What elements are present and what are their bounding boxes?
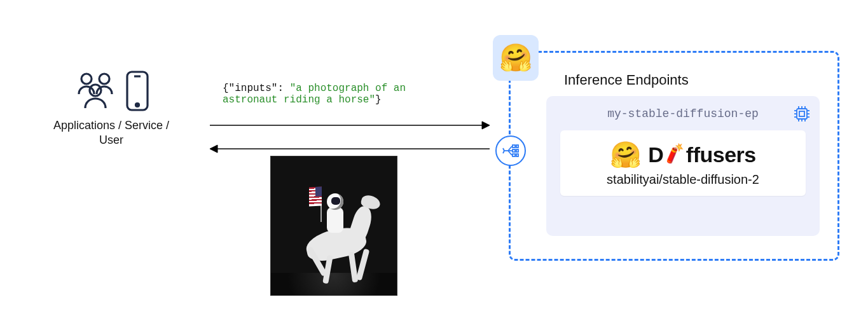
svg-point-4 [136,104,139,107]
inference-endpoints-box: 🤗 Inference Endpoints [509,51,839,261]
svg-rect-15 [516,154,518,156]
svg-rect-17 [799,111,804,116]
model-card: 🤗 D🧨ffusers stabilityai/stable-diffusion… [560,130,806,196]
dynamite-icon: 🧨 [663,142,686,165]
huggingface-badge: 🤗 [493,35,539,81]
svg-point-1 [99,74,109,84]
huggingface-icon: 🤗 [610,142,642,167]
svg-rect-14 [516,149,518,152]
load-balancer-icon [495,135,526,166]
diffusers-logo-text: D🧨ffusers [648,142,755,167]
client-block: Applications / Service /User [38,70,184,148]
request-payload: {"inputs": "a photograph of anastronaut … [223,83,406,106]
endpoint-name: my-stable-diffusion-ep [560,107,806,120]
users-icon [72,70,118,112]
svg-rect-12 [513,154,515,156]
svg-rect-16 [797,109,807,119]
model-id: stabilityai/stable-diffusion-2 [573,172,793,187]
response-image-astronaut-horse [270,156,397,296]
svg-rect-11 [513,149,515,152]
endpoints-title: Inference Endpoints [564,72,820,88]
request-arrow [210,120,490,131]
client-label: Applications / Service /User [38,118,184,148]
response-arrow [210,143,490,155]
mobile-device-icon [125,70,150,112]
endpoint-card: my-stable-diffusion-ep 🤗 D🧨ffusers stabi… [546,96,820,236]
architecture-diagram: Applications / Service /User {"inputs": … [0,0,868,325]
svg-point-0 [81,74,92,84]
cpu-chip-icon [793,105,811,125]
svg-point-2 [90,85,101,96]
svg-marker-7 [482,121,490,129]
svg-rect-10 [513,145,515,148]
client-icons [38,70,184,112]
diffusers-brand: 🤗 D🧨ffusers [573,142,793,167]
huggingface-icon: 🤗 [499,45,532,71]
payload-key: "inputs" [229,83,278,94]
svg-marker-9 [210,145,217,153]
svg-rect-13 [516,145,518,148]
